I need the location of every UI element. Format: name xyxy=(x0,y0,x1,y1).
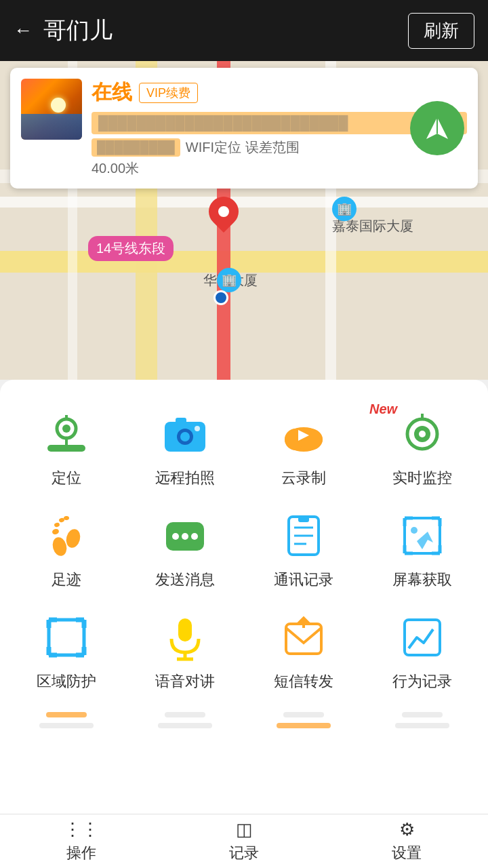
svg-point-11 xyxy=(195,426,200,431)
nav-item-operation[interactable]: ⋮⋮ 操作 xyxy=(0,819,163,863)
svg-rect-58 xyxy=(286,624,321,654)
svg-point-9 xyxy=(180,432,190,441)
svg-point-29 xyxy=(191,533,198,540)
svg-point-45 xyxy=(411,527,418,534)
feature-grid: 定位 远程拍照 xyxy=(0,380,488,712)
grid-item-voice-intercom[interactable]: 语音对讲 xyxy=(125,597,244,698)
settings-label: 设置 xyxy=(392,843,422,863)
wifi-label: WIFI定位 误差范围 xyxy=(186,138,300,157)
back-button[interactable]: ← xyxy=(14,20,33,41)
behavior-record-icon xyxy=(395,610,449,665)
operation-icon: ⋮⋮ xyxy=(64,819,99,840)
page-title: 哥们儿 xyxy=(43,15,408,46)
header: ← 哥们儿 刷新 xyxy=(0,0,488,61)
voice-intercom-label: 语音对讲 xyxy=(155,671,215,692)
zone-protect-label: 区域防护 xyxy=(37,671,96,692)
zone-protect-icon xyxy=(39,610,94,665)
svg-rect-34 xyxy=(298,517,309,522)
online-status: 在线 xyxy=(92,79,132,106)
behavior-record-label: 行为记录 xyxy=(392,671,452,692)
screen-capture-icon xyxy=(395,509,449,563)
grid-item-cloud-record[interactable]: 云录制 xyxy=(244,393,363,495)
footprint-icon xyxy=(39,509,94,563)
grid-item-behavior-record[interactable]: 行为记录 xyxy=(363,597,481,698)
location-icon xyxy=(39,407,94,461)
send-message-label: 发送消息 xyxy=(155,570,215,590)
accuracy-label: 40.00米 xyxy=(92,159,467,178)
bottom-panel: 定位 远程拍照 xyxy=(0,380,488,814)
svg-point-27 xyxy=(172,533,179,540)
svg-rect-46 xyxy=(49,620,84,655)
sub-address-bar: █████████ xyxy=(92,138,180,157)
metro-badge: 14号线东段 xyxy=(88,236,174,261)
grid-item-remote-photo[interactable]: 远程拍照 xyxy=(125,393,244,495)
cloud-record-icon xyxy=(277,407,331,461)
grid-item-zone-protect[interactable]: 区域防护 xyxy=(7,597,125,698)
svg-rect-60 xyxy=(405,620,440,655)
vip-badge[interactable]: VIP续费 xyxy=(139,83,198,103)
grid-item-sms-forward[interactable]: 短信转发 xyxy=(244,597,363,698)
footprint-label: 足迹 xyxy=(52,570,81,590)
svg-point-18 xyxy=(419,431,426,437)
monitor-icon xyxy=(395,407,449,461)
svg-point-25 xyxy=(63,516,68,521)
grid-item-location[interactable]: 定位 xyxy=(7,393,125,495)
svg-point-22 xyxy=(52,528,60,535)
comm-record-icon xyxy=(277,509,331,563)
message-icon xyxy=(158,509,212,563)
grid-item-screen-capture[interactable]: 屏幕获取 xyxy=(363,495,481,597)
info-card: 在线 VIP续费 ██████████████████████████ ████… xyxy=(10,68,478,189)
sms-forward-label: 短信转发 xyxy=(274,671,333,692)
comm-record-label: 通讯记录 xyxy=(274,570,333,590)
svg-point-21 xyxy=(64,528,82,549)
record-icon: ◫ xyxy=(236,819,253,840)
nav-button[interactable] xyxy=(410,101,464,155)
svg-point-28 xyxy=(182,533,188,540)
svg-rect-10 xyxy=(176,418,186,425)
nav-item-settings[interactable]: ⚙ 设置 xyxy=(325,819,488,863)
bottom-nav: ⋮⋮ 操作 ◫ 记录 ⚙ 设置 xyxy=(0,814,488,868)
record-label: 记录 xyxy=(229,843,259,863)
grid-item-realtime-monitor[interactable]: New 实时监控 xyxy=(363,393,481,495)
svg-point-23 xyxy=(54,522,60,528)
camera-icon xyxy=(158,407,212,461)
sms-forward-icon xyxy=(277,610,331,665)
svg-point-4 xyxy=(62,425,70,433)
map-pin xyxy=(207,197,241,241)
svg-rect-55 xyxy=(178,618,192,642)
remote-photo-label: 远程拍照 xyxy=(155,468,215,488)
nav-item-record[interactable]: ◫ 记录 xyxy=(163,819,325,863)
new-badge-monitor: New xyxy=(369,401,397,417)
map-area: 民口报社 宿舍北区 北京联合大学 商务学院 人民日报社 嘉泰国际大厦 华商大厦 … xyxy=(0,61,488,380)
refresh-button[interactable]: 刷新 xyxy=(408,13,474,49)
grid-item-comm-record[interactable]: 通讯记录 xyxy=(244,495,363,597)
screen-capture-label: 屏幕获取 xyxy=(392,570,452,590)
cloud-record-label: 云录制 xyxy=(281,468,326,488)
grid-item-send-message[interactable]: 发送消息 xyxy=(125,495,244,597)
realtime-monitor-label: 实时监控 xyxy=(392,468,452,488)
svg-rect-2 xyxy=(47,445,85,452)
svg-point-20 xyxy=(50,536,68,557)
location-label: 定位 xyxy=(52,468,81,488)
svg-marker-44 xyxy=(417,532,433,549)
operation-label: 操作 xyxy=(66,843,96,863)
grid-item-footprint[interactable]: 足迹 xyxy=(7,495,125,597)
user-avatar xyxy=(21,79,82,140)
microphone-icon xyxy=(158,610,212,665)
settings-icon: ⚙ xyxy=(399,819,415,840)
